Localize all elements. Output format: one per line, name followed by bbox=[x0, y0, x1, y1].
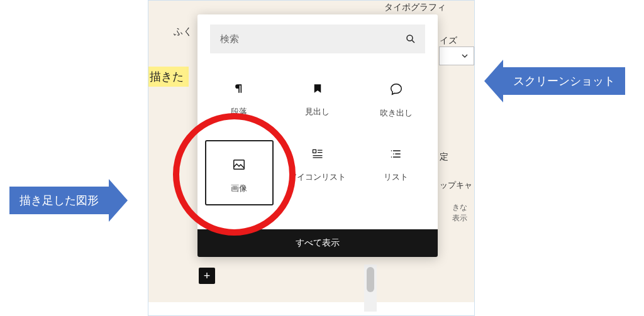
sidebar-size-dropdown[interactable] bbox=[439, 46, 474, 65]
sidebar-dropcap-fragment: ップキャ bbox=[440, 180, 472, 191]
sidebar-section-typography: タイポグラフィ bbox=[384, 2, 446, 13]
bookmark-icon bbox=[312, 82, 323, 97]
svg-point-0 bbox=[407, 35, 413, 41]
speech-icon bbox=[389, 82, 403, 99]
annotation-arrow-right: スクリーンショット bbox=[484, 60, 625, 102]
block-label: 吹き出し bbox=[380, 107, 413, 119]
block-label: 見出し bbox=[305, 106, 330, 117]
block-heading[interactable]: 見出し bbox=[279, 72, 357, 125]
author-name-fragment: ふく bbox=[174, 26, 192, 38]
svg-rect-2 bbox=[234, 160, 245, 170]
list-icon bbox=[390, 148, 402, 163]
block-iconlist[interactable]: アイコンリスト bbox=[279, 138, 357, 208]
block-label: リスト bbox=[384, 172, 408, 183]
block-image[interactable]: 画像 bbox=[205, 140, 274, 205]
chevron-down-icon bbox=[461, 52, 469, 60]
block-label: 画像 bbox=[231, 183, 247, 194]
svg-point-11 bbox=[391, 150, 392, 151]
search-placeholder: 検索 bbox=[220, 33, 239, 45]
arrow-head-icon bbox=[109, 179, 128, 222]
block-inserter-popover: 検索 段落 見出し bbox=[197, 14, 438, 257]
svg-point-12 bbox=[393, 153, 394, 155]
search-input[interactable]: 検索 bbox=[210, 25, 425, 53]
plus-icon: + bbox=[204, 270, 211, 283]
sidebar-bigdisplay-fragment: きな表示 bbox=[452, 202, 474, 224]
highlighted-text: 描きた bbox=[148, 67, 189, 87]
block-grid: 段落 見出し 吹き出し 画像 bbox=[197, 58, 438, 208]
block-list[interactable]: リスト bbox=[357, 138, 435, 208]
pilcrow-icon bbox=[233, 82, 245, 97]
scrollbar-track[interactable] bbox=[364, 264, 377, 312]
svg-line-1 bbox=[412, 40, 414, 43]
annotation-arrow-left: 描き足した図形 bbox=[9, 179, 128, 222]
block-label: アイコンリスト bbox=[289, 172, 346, 183]
add-block-button[interactable]: + bbox=[199, 268, 215, 284]
search-icon bbox=[405, 33, 416, 47]
block-balloon[interactable]: 吹き出し bbox=[357, 72, 435, 125]
arrow-head-icon bbox=[484, 60, 503, 102]
image-icon bbox=[232, 158, 246, 174]
block-label: 段落 bbox=[231, 106, 247, 117]
annotation-left-label: 描き足した図形 bbox=[9, 187, 109, 214]
scrollbar-thumb[interactable] bbox=[367, 267, 374, 292]
sidebar-settings-fragment: 定 bbox=[440, 151, 448, 163]
annotation-right-label: スクリーンショット bbox=[503, 67, 625, 95]
svg-point-13 bbox=[391, 156, 392, 158]
svg-rect-3 bbox=[313, 150, 316, 153]
block-paragraph[interactable]: 段落 bbox=[200, 72, 279, 125]
screenshot-region: ふく 描きた + タイポグラフィ イズ 定 ップキャ きな表示 検索 bbox=[148, 0, 475, 316]
show-all-label: すべて表示 bbox=[296, 237, 340, 249]
search-wrap: 検索 bbox=[197, 14, 438, 58]
show-all-button[interactable]: すべて表示 bbox=[197, 229, 438, 257]
sidebar-size-label-fragment: イズ bbox=[440, 35, 457, 46]
iconlist-icon bbox=[311, 148, 324, 163]
